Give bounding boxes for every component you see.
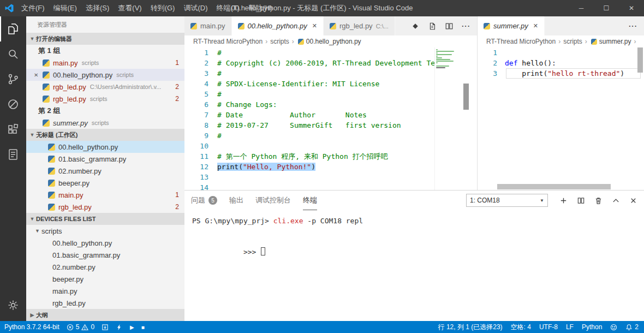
breadcrumb-file[interactable]: summer.py xyxy=(599,38,631,45)
split-editor-icon[interactable] xyxy=(445,22,454,31)
editor-tab[interactable]: rgb_led.pyC:\... xyxy=(324,16,395,35)
breadcrumb-item[interactable]: RT-Thread MicroPython xyxy=(486,38,556,45)
notifications-bell[interactable]: 2 xyxy=(625,323,639,331)
open-file-icon[interactable] xyxy=(428,22,437,31)
minimize-button[interactable]: ─ xyxy=(569,0,594,16)
section-open-editors[interactable]: ▼ 打开的编辑器 xyxy=(26,33,184,45)
breadcrumb-separator: › xyxy=(265,38,267,45)
code-token: "hello rt-thread" xyxy=(547,69,620,78)
open-editor-item[interactable]: main.pyscripts1 xyxy=(26,57,184,69)
editor-tab[interactable]: summer.py✕ xyxy=(478,16,545,35)
menu-item[interactable]: 查看(V) xyxy=(114,0,146,16)
close-button[interactable]: ✕ xyxy=(619,0,644,16)
code-editor-left[interactable]: 1#2# Copyright (c) 2006-2019, RT-Thread … xyxy=(184,47,477,190)
editor-tab[interactable]: main.py xyxy=(184,16,232,35)
download-to-device-button[interactable] xyxy=(102,324,109,331)
open-editor-item[interactable]: summer.pyscripts xyxy=(26,117,184,129)
workspace-file[interactable]: 01.basic_grammar.py xyxy=(26,153,184,165)
line-number: 1 xyxy=(184,47,208,58)
close-panel-icon[interactable] xyxy=(629,197,637,205)
device-file[interactable]: 02.number.py xyxy=(26,261,184,273)
section-workspace[interactable]: ▼ 无标题 (工作区) xyxy=(26,129,184,141)
notebook-icon[interactable] xyxy=(0,142,26,167)
eol-status[interactable]: LF xyxy=(566,323,574,331)
workspace-file[interactable]: rgb_led.py2 xyxy=(26,201,184,213)
breadcrumb-separator: › xyxy=(634,38,636,45)
diamond-icon[interactable] xyxy=(411,22,420,31)
breadcrumb-file[interactable]: 00.hello_python.py xyxy=(306,38,361,45)
run-button[interactable]: ▶ xyxy=(130,324,134,330)
workspace-file[interactable]: 00.hello_python.py xyxy=(26,141,184,153)
device-file[interactable]: beeper.py xyxy=(26,273,184,285)
device-file[interactable]: 00.hello_python.py xyxy=(26,237,184,249)
panel-tab[interactable]: 终端 xyxy=(303,191,317,210)
vertical-scrollbar[interactable] xyxy=(463,84,469,110)
section-devices[interactable]: ▼ DEVICES FILES LIST xyxy=(26,213,184,225)
maximize-button[interactable]: ☐ xyxy=(594,0,619,16)
panel-tab[interactable]: 调试控制台 xyxy=(255,191,291,210)
horizontal-scrollbar[interactable] xyxy=(497,184,611,189)
breadcrumb-item[interactable]: scripts xyxy=(563,38,582,45)
panel-tab[interactable]: 问题5 xyxy=(191,191,217,210)
settings-gear-icon[interactable] xyxy=(0,293,26,318)
close-icon[interactable]: ✕ xyxy=(34,72,43,78)
terminal-output[interactable]: PS G:\mpy\mpy_prj> cli.exe -p COM18 repl… xyxy=(184,210,644,321)
devices-folder-scripts[interactable]: ▼ scripts xyxy=(26,225,184,237)
tabs-list: main.py00.hello_python.py✕rgb_led.pyC:\.… xyxy=(184,16,395,35)
workspace-file[interactable]: main.py1 xyxy=(26,189,184,201)
menu-item[interactable]: 选择(S) xyxy=(81,0,114,16)
editor-tab[interactable]: 00.hello_python.py✕ xyxy=(232,16,324,35)
kill-terminal-trash-icon[interactable] xyxy=(594,197,603,205)
maximize-panel-icon[interactable] xyxy=(612,197,620,205)
search-icon[interactable] xyxy=(0,41,26,67)
minimap[interactable] xyxy=(434,47,455,190)
open-editors-list: 第 1 组main.pyscripts1✕00.hello_python.pys… xyxy=(26,45,184,129)
tab-close-icon[interactable]: ✕ xyxy=(533,22,538,29)
menu-item[interactable]: 转到(G) xyxy=(146,0,180,16)
folder-name: scripts xyxy=(41,227,62,235)
device-file[interactable]: main.py xyxy=(26,285,184,297)
code-token: # 2019-07-27 SummerGift first version xyxy=(217,121,401,129)
open-editor-item[interactable]: rgb_led.pyscripts2 xyxy=(26,93,184,105)
workspace-file[interactable]: beeper.py xyxy=(26,177,184,189)
code-editor-right[interactable]: 12def hello():3 print("hello rt-thread") xyxy=(478,47,644,190)
menu-item[interactable]: 文件(F) xyxy=(17,0,49,16)
open-editor-item[interactable]: ✕00.hello_python.pyscripts xyxy=(26,69,184,81)
new-terminal-icon[interactable] xyxy=(559,197,568,205)
python-interpreter-status[interactable]: Python 3.7.2 64-bit xyxy=(4,323,59,331)
indentation-status[interactable]: 空格: 4 xyxy=(511,323,531,332)
file-detail: scripts xyxy=(90,96,172,102)
encoding-status[interactable]: UTF-8 xyxy=(539,323,558,331)
workspace-file[interactable]: 02.number.py xyxy=(26,165,184,177)
menu-item[interactable]: 编辑(E) xyxy=(49,0,81,16)
device-file[interactable]: rgb_led.py xyxy=(26,297,184,309)
notification-count: 2 xyxy=(635,323,639,331)
menu-item[interactable]: 调试(D) xyxy=(179,0,212,16)
tab-close-icon[interactable]: ✕ xyxy=(312,22,317,29)
panel-tab[interactable]: 输出 xyxy=(229,191,243,210)
split-terminal-icon[interactable] xyxy=(577,197,585,205)
breadcrumb-item[interactable]: scripts xyxy=(270,38,289,45)
device-file[interactable]: 01.basic_grammar.py xyxy=(26,249,184,261)
tab-actions: ··· xyxy=(404,16,477,35)
more-actions-icon[interactable]: ··· xyxy=(462,22,470,30)
explorer-icon[interactable] xyxy=(0,16,26,41)
vertical-scrollbar[interactable] xyxy=(637,47,643,73)
source-control-icon[interactable] xyxy=(0,67,26,92)
language-mode-status[interactable]: Python xyxy=(582,323,602,331)
minimap-line xyxy=(436,56,438,57)
cursor-position-status[interactable]: 行 12, 列 1 (已选择23) xyxy=(438,323,503,332)
flash-device-button[interactable] xyxy=(116,324,123,331)
code-token: def xyxy=(505,59,522,67)
open-editor-item[interactable]: rgb_led.pyC:\Users\Administrator\.v...2 xyxy=(26,81,184,93)
problems-status[interactable]: 5 0 xyxy=(67,323,94,331)
extensions-icon[interactable] xyxy=(0,117,26,142)
debug-icon[interactable] xyxy=(0,92,26,117)
terminal-select[interactable]: 1: COM18 ▼ xyxy=(466,194,548,207)
code-line: 12print("Hello, Python!") xyxy=(184,162,477,172)
section-outline[interactable]: ▶ 大纲 xyxy=(26,309,184,321)
more-actions-icon[interactable]: ··· xyxy=(629,22,637,30)
feedback-smiley-icon[interactable] xyxy=(610,324,617,331)
breadcrumb-item[interactable]: RT-Thread MicroPython xyxy=(193,38,263,45)
stop-button[interactable]: ■ xyxy=(141,324,145,330)
